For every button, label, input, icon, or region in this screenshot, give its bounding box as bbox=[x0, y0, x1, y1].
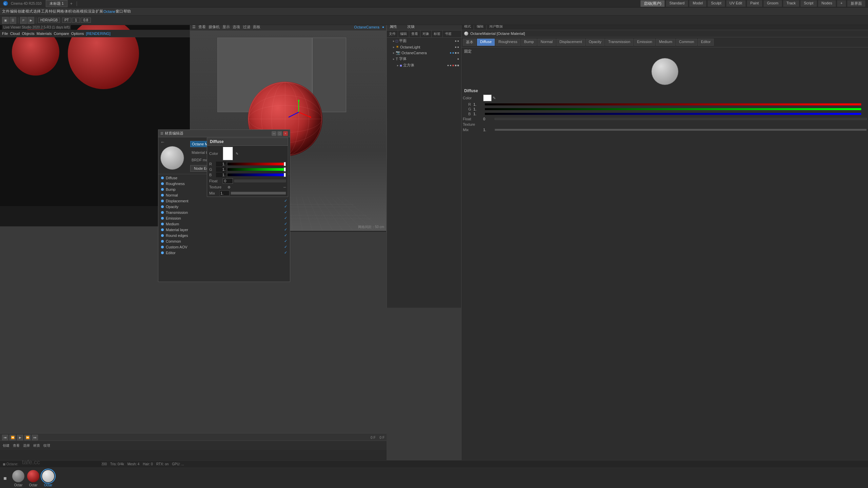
vp-menu-1[interactable]: ☰ bbox=[192, 25, 196, 29]
tag-create[interactable]: 创建 bbox=[3, 443, 9, 448]
cube-vis-icon[interactable]: ● bbox=[447, 64, 449, 67]
float-bar[interactable] bbox=[234, 180, 286, 182]
prop-material-layer[interactable]: Material layer ✓ bbox=[158, 227, 290, 232]
mat-thumb-2[interactable] bbox=[26, 469, 40, 483]
r-bar[interactable] bbox=[228, 163, 286, 165]
g-thumb[interactable] bbox=[284, 167, 286, 171]
mat-editor-menu-icon[interactable]: ☰ bbox=[160, 131, 163, 135]
g-bar[interactable] bbox=[228, 168, 286, 171]
menu-extend[interactable]: 扩展 bbox=[96, 9, 103, 14]
menu-lv-cloud[interactable]: Cloud bbox=[10, 32, 20, 36]
mat-tab-editor[interactable]: Editor bbox=[698, 39, 714, 46]
rp-float-bar[interactable] bbox=[495, 118, 867, 120]
toolbar-btn-1[interactable]: ▣ bbox=[2, 17, 9, 24]
back-arrow[interactable]: ← bbox=[160, 139, 188, 145]
tab-startup[interactable]: 启动(用户) bbox=[640, 0, 665, 7]
menu-help[interactable]: 帮助 bbox=[123, 9, 131, 14]
texture-x-btn[interactable]: ─ bbox=[283, 185, 286, 189]
cube-lock-icon[interactable]: ● bbox=[450, 64, 451, 67]
vp-menu-panel[interactable]: 面板 bbox=[253, 24, 260, 29]
toolbar-btn-4[interactable]: ▶ bbox=[27, 17, 34, 24]
tab-add[interactable]: + bbox=[837, 0, 846, 7]
tab-new-layout[interactable]: 新界面 bbox=[847, 0, 865, 7]
mat-tab-medium[interactable]: Medium bbox=[656, 39, 675, 46]
rp-edit-icon[interactable]: ✎ bbox=[493, 96, 496, 100]
plane-lock-icon[interactable]: ● bbox=[457, 39, 459, 43]
mix-input[interactable] bbox=[219, 190, 230, 196]
cam-lock-icon[interactable]: ● bbox=[452, 51, 454, 55]
menu-file[interactable]: 文件 bbox=[2, 9, 9, 14]
prop-emission[interactable]: Emission ✓ bbox=[158, 215, 290, 221]
tree-item-plane[interactable]: ▸ □ 平面 ● ● bbox=[387, 38, 461, 44]
text-vis-icon[interactable]: ● bbox=[457, 57, 459, 61]
mat-item-1[interactable]: Octar bbox=[12, 469, 25, 487]
texture-icon[interactable]: ⚙ bbox=[228, 185, 231, 189]
menu-lv-materials[interactable]: Materials bbox=[37, 32, 52, 36]
menu-window[interactable]: 窗口 bbox=[116, 9, 123, 14]
r-input[interactable] bbox=[216, 162, 226, 166]
win-maximize[interactable]: □ bbox=[277, 131, 282, 136]
rp-mix-bar[interactable] bbox=[495, 129, 867, 131]
mat-item-2[interactable]: Octar bbox=[26, 469, 40, 487]
menu-lv-file[interactable]: File bbox=[2, 32, 8, 36]
win-minimize[interactable]: ─ bbox=[272, 131, 276, 136]
b-input[interactable] bbox=[216, 172, 226, 177]
tag-select[interactable]: 选择 bbox=[23, 443, 30, 448]
tab-objects2[interactable]: 对象 bbox=[420, 30, 432, 37]
play-end[interactable]: ⏭ bbox=[32, 435, 38, 440]
tab-file[interactable]: 文件 bbox=[387, 30, 398, 37]
color-swatch[interactable] bbox=[223, 147, 233, 160]
r-thumb[interactable] bbox=[284, 162, 286, 166]
mat-thumb-3[interactable] bbox=[41, 469, 55, 483]
tab-uvedit[interactable]: UV Edit bbox=[726, 0, 746, 7]
rp-b-bar[interactable] bbox=[485, 113, 861, 115]
menu-lv-compare[interactable]: Compare bbox=[54, 32, 69, 36]
vp-menu-camera[interactable]: 摄像机 bbox=[209, 24, 220, 29]
tab-filename[interactable]: 未标题 1 bbox=[46, 0, 67, 7]
rp-r-bar[interactable] bbox=[485, 103, 861, 105]
light-vis-icon[interactable]: ● bbox=[455, 45, 456, 49]
vp-menu-display[interactable]: 显示 bbox=[222, 24, 230, 29]
menu-animate[interactable]: 动画 bbox=[72, 9, 80, 14]
play-next[interactable]: ⏩ bbox=[24, 435, 31, 440]
prop-round-edges[interactable]: Round edges ✓ bbox=[158, 232, 290, 238]
vp-menu-filter[interactable]: 过滤 bbox=[243, 24, 250, 29]
play-play[interactable]: ▶ bbox=[17, 435, 23, 440]
menu-simulate[interactable]: 模拟 bbox=[80, 9, 87, 14]
prop-common[interactable]: Common ✓ bbox=[158, 238, 290, 244]
transform-gizmo[interactable] bbox=[285, 99, 312, 127]
toolbar-btn-3[interactable]: P bbox=[20, 17, 27, 24]
new-tab-btn[interactable]: + bbox=[68, 1, 75, 7]
tag-texture[interactable]: 纹理 bbox=[43, 443, 50, 448]
value-2[interactable]: 0.8 bbox=[81, 18, 91, 23]
tab-paint[interactable]: Paint bbox=[747, 0, 762, 7]
play-prev[interactable]: ⏪ bbox=[9, 435, 16, 440]
menu-create[interactable]: 创建 bbox=[18, 9, 25, 14]
b-thumb[interactable] bbox=[284, 173, 286, 177]
tab-groom[interactable]: Groom bbox=[764, 0, 782, 7]
mat-tab-basic[interactable]: 基本 bbox=[463, 39, 476, 46]
menu-lv-objects[interactable]: Objects bbox=[22, 32, 34, 36]
plane-vis-icon[interactable]: ● bbox=[455, 39, 456, 43]
tree-item-camera[interactable]: ▸ 📷 OctaneCamera ● ● ■ ■ bbox=[387, 50, 461, 56]
menu-mesh[interactable]: 网格 bbox=[57, 9, 64, 14]
mat-tab-emission[interactable]: Emission bbox=[634, 39, 655, 46]
menu-render[interactable]: 渲染 bbox=[88, 9, 95, 14]
tab-nodes[interactable]: Nodes bbox=[818, 0, 836, 7]
menu-mode[interactable]: 模式 bbox=[25, 9, 33, 14]
menu-octane[interactable]: Octane bbox=[103, 9, 115, 14]
b-bar[interactable] bbox=[228, 174, 286, 176]
tag-view[interactable]: 查看 bbox=[13, 443, 20, 448]
mat-tab-common[interactable]: Common bbox=[676, 39, 697, 46]
vp-menu-look[interactable]: 查看 bbox=[198, 24, 206, 29]
rp-swatch[interactable] bbox=[483, 95, 492, 101]
menu-volume[interactable]: 体积 bbox=[64, 9, 72, 14]
tab-track[interactable]: Track bbox=[783, 0, 799, 7]
mat-tab-diffuse[interactable]: Diffuse bbox=[477, 39, 495, 46]
win-close[interactable]: × bbox=[283, 131, 288, 136]
tab-edit2[interactable]: 编辑 bbox=[398, 30, 409, 37]
mat-item-3[interactable]: Octar bbox=[41, 469, 55, 487]
prop-editor[interactable]: Editor ✓ bbox=[158, 250, 290, 256]
tab-view2[interactable]: 查看 bbox=[409, 30, 420, 37]
tree-item-cube[interactable]: ▸ ■ 立方体 ● ● ■ ■ ■ bbox=[387, 62, 461, 68]
